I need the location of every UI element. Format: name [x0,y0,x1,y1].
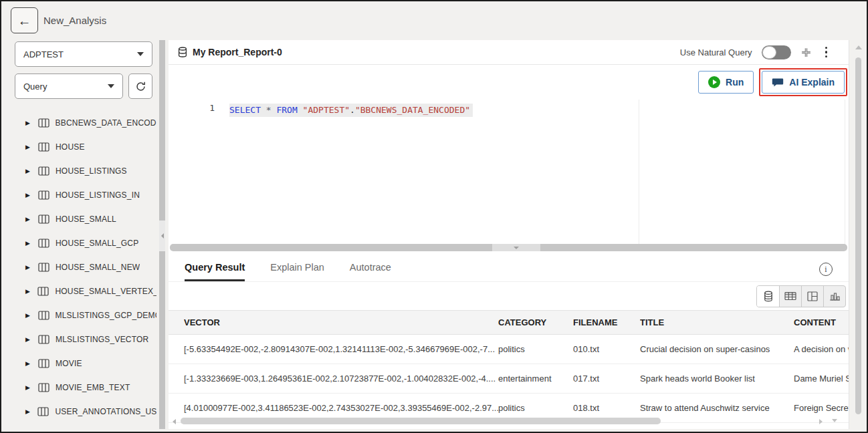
grid-header-row: VECTOR CATEGORY FILENAME TITLE CONTENT [169,310,849,335]
refresh-button[interactable] [128,74,152,99]
split-view-button[interactable] [801,286,823,307]
report-header: My Report_Report-0 Use Natural Query [169,40,849,65]
natural-query-toggle[interactable] [762,45,791,59]
caret-right-icon: ▶ [25,216,32,223]
column-header-title[interactable]: TITLE [640,317,794,327]
results-splitter[interactable] [170,244,847,251]
ai-explain-button-label: AI Explain [789,77,835,88]
toggle-knob [762,46,776,59]
tree-item-house-listings[interactable]: ▶HOUSE_LISTINGS [15,159,156,183]
schema-select[interactable]: ADPTEST [15,41,152,67]
table-icon [38,335,49,344]
sql-table-name: "BBCNEWS_DATA_ENCODED" [355,105,470,115]
table-tree: ▶BBCNEWS_DATA_ENCODE ▶HOUSE ▶HOUSE_LISTI… [15,107,156,424]
sql-keyword: FROM [276,105,302,115]
table-view-button[interactable] [779,286,801,307]
table-icon [37,407,49,416]
column-header-category[interactable]: CATEGORY [498,317,573,327]
scroll-up-icon[interactable] [855,45,862,49]
tree-item-user-annotations[interactable]: ▶USER_ANNOTATIONS_USA [15,400,156,424]
code-area[interactable]: SELECT * FROM "ADPTEST"."BBCNEWS_DATA_EN… [229,100,849,244]
tree-item-label: HOUSE_SMALL [56,214,116,224]
sql-editor[interactable]: 1 SELECT * FROM "ADPTEST"."BBCNEWS_DATA_… [169,100,849,244]
top-bar: ← New_Analysis [1,1,867,39]
tree-item-house[interactable]: ▶HOUSE [15,135,156,159]
cell-filename: 017.txt [573,374,640,384]
tree-item-label: HOUSE_SMALL_GCP [56,239,138,248]
table-row[interactable]: [-1.33323669E-003,1.26495361E-002,2.1072… [169,364,849,394]
main-vertical-scrollbar[interactable] [852,40,865,429]
line-number: 1 [209,103,215,113]
tree-item-house-small[interactable]: ▶HOUSE_SMALL [15,207,156,231]
scrollbar-thumb[interactable] [181,418,661,424]
editor-right-edge [845,100,845,244]
tree-item-label: MOVIE [56,359,82,368]
play-icon [708,76,720,88]
tree-item-label: BBCNEWS_DATA_ENCODE [56,118,157,128]
cell-title: Spark heads world Booker list [640,374,794,384]
back-button[interactable]: ← [11,7,38,33]
run-button-label: Run [726,77,744,88]
cell-vector: [-1.33323669E-003,1.26495361E-002,2.1072… [184,374,498,384]
ai-explain-button[interactable]: AI Explain [762,71,845,94]
tab-explain-plan[interactable]: Explain Plan [270,262,324,281]
tree-item-movie[interactable]: ▶MOVIE [15,351,156,376]
tree-item-label: HOUSE_SMALL_NEW [56,263,140,272]
chevron-down-icon [137,52,144,56]
schema-select-value: ADPTEST [23,49,64,59]
tab-query-result[interactable]: Query Result [185,262,245,281]
scroll-left-icon[interactable] [173,419,176,424]
scroll-down-icon[interactable] [832,419,837,422]
scroll-right-icon[interactable] [819,419,823,424]
object-type-select[interactable]: Query [15,74,123,99]
cell-title: Crucial decision on super-casinos [640,344,794,354]
cell-category: politics [498,403,573,413]
tree-item-house-listings-in[interactable]: ▶HOUSE_LISTINGS_IN [15,183,156,207]
collapse-down-icon [514,247,519,249]
tree-item-mlslistings-vector[interactable]: ▶MLSLISTINGS_VECTOR [15,327,156,351]
kebab-menu-icon[interactable] [821,45,832,59]
chevron-down-icon [108,84,114,88]
column-header-filename[interactable]: FILENAME [573,317,640,327]
table-view-icon [784,291,796,301]
tree-item-movie-emb-text[interactable]: ▶MOVIE_EMB_TEXT [15,376,156,400]
back-arrow-icon: ← [18,14,31,27]
tab-autotrace[interactable]: Autotrace [350,262,391,281]
column-header-content[interactable]: CONTENT [794,317,849,327]
editor-guide-line [639,100,639,244]
cell-title: Straw to attend Auschwitz service [640,403,794,413]
scrollbar-thumb[interactable] [855,57,861,414]
info-icon[interactable]: i [819,263,833,276]
worksheet-panel: My Report_Report-0 Use Natural Query Run [169,40,849,429]
tree-item-mlslistings-gcp-demo[interactable]: ▶MLSLISTINGS_GCP_DEMO [15,303,156,327]
table-icon [38,214,49,224]
query-result-grid: VECTOR CATEGORY FILENAME TITLE CONTENT [… [169,310,849,428]
tree-item-house-small-vertex[interactable]: ▶HOUSE_SMALL_VERTEX_A [15,279,156,303]
tree-item-label: HOUSE_LISTINGS_IN [56,190,140,200]
data-view-button[interactable] [757,286,779,307]
chart-view-button[interactable] [823,286,845,307]
table-icon [37,287,49,296]
refresh-icon [135,81,146,92]
caret-right-icon: ▶ [25,408,31,415]
tree-item-bbcnews-data-encoded[interactable]: ▶BBCNEWS_DATA_ENCODE [15,111,156,135]
sidebar-splitter[interactable] [159,40,165,429]
tree-item-house-small-new[interactable]: ▶HOUSE_SMALL_NEW [15,255,156,279]
cell-category: politics [498,344,573,354]
table-icon [38,166,49,176]
table-row[interactable]: [-5.63354492E-002,-2.80914307E-002,1.321… [169,335,849,364]
table-icon [38,359,49,368]
collapse-panel-icon[interactable] [800,47,812,58]
results-splitter-handle[interactable] [492,244,540,251]
bar-chart-icon [829,291,841,301]
grid-horizontal-scrollbar[interactable] [173,418,841,426]
caret-right-icon: ▶ [25,240,32,247]
natural-query-label: Use Natural Query [680,47,752,57]
sidebar-splitter-handle[interactable] [159,221,165,251]
tree-item-label: MLSLISTINGS_VECTOR [56,335,148,344]
caret-right-icon: ▶ [25,312,32,319]
tree-item-house-small-gcp[interactable]: ▶HOUSE_SMALL_GCP [15,231,156,255]
column-header-vector[interactable]: VECTOR [184,317,498,327]
tree-item-label: HOUSE_LISTINGS [56,166,127,176]
run-button[interactable]: Run [698,71,754,94]
